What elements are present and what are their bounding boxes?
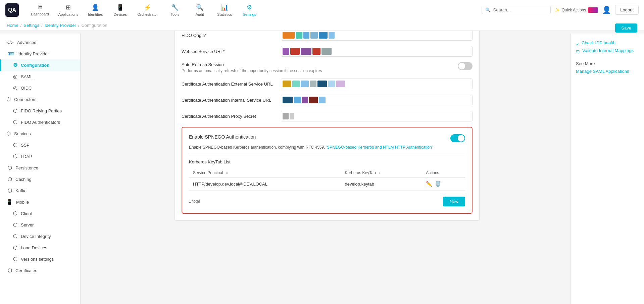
sidebar-item-connectors[interactable]: ⬡ Connectors bbox=[0, 94, 80, 105]
identity-provider-icon: 🪪 bbox=[8, 51, 14, 57]
nav-applications-label: Applications bbox=[58, 12, 78, 16]
keytab-table: Service Principal ⇕ Kerberos KeyTab ⇕ Ac… bbox=[189, 168, 465, 191]
ssp-icon: ⬡ bbox=[13, 142, 17, 148]
sidebar-item-services[interactable]: ⬡ Services bbox=[0, 128, 80, 139]
validate-mappings-link[interactable]: Validate Internal Mappings bbox=[582, 48, 634, 53]
see-more-label: See More bbox=[576, 61, 639, 66]
form-card: Self Service Portal Enrollment URL* FIDO… bbox=[175, 7, 480, 221]
action-icons: ✏️ 🗑️ bbox=[426, 181, 461, 187]
sidebar-item-server[interactable]: ⬡ Server bbox=[0, 219, 80, 231]
websec-url-input[interactable] bbox=[281, 46, 473, 57]
nav-statistics[interactable]: 📊 Statistics bbox=[213, 2, 236, 18]
nav-items: 🖥 Dashboard ⊞ Applications 👤 Identities … bbox=[27, 2, 482, 18]
user-icon[interactable]: 👤 bbox=[602, 6, 611, 14]
sidebar-label-ssp: SSP bbox=[21, 143, 30, 148]
sidebar-item-caching[interactable]: ⬡ Caching bbox=[0, 173, 80, 185]
ci-cb2 bbox=[294, 97, 301, 103]
nav-devices-label: Devices bbox=[114, 12, 127, 16]
websec-url-label: Websec Service URL* bbox=[182, 49, 276, 54]
nav-applications[interactable]: ⊞ Applications bbox=[54, 2, 82, 18]
nav-dashboard[interactable]: 🖥 Dashboard bbox=[27, 2, 53, 18]
edit-icon[interactable]: ✏️ bbox=[426, 181, 432, 187]
quick-actions-icon: ✨ bbox=[555, 8, 560, 12]
sidebar-item-certificates[interactable]: ⬡ Certificates bbox=[0, 265, 80, 270]
sidebar-label-idp: Identity Provider bbox=[17, 51, 49, 56]
dashboard-icon: 🖥 bbox=[37, 4, 43, 11]
nav-statistics-label: Statistics bbox=[217, 12, 232, 16]
mobile-icon: 📱 bbox=[6, 199, 13, 205]
auto-refresh-toggle[interactable] bbox=[458, 62, 473, 70]
sidebar-item-ssp[interactable]: ⬡ SSP bbox=[0, 139, 80, 151]
auto-refresh-knob bbox=[458, 63, 465, 69]
search-input[interactable] bbox=[493, 7, 547, 12]
sidebar-item-fido-rp[interactable]: ⬡ FIDO Relying Parties bbox=[0, 105, 80, 116]
sidebar-item-load-devices[interactable]: ⬡ Load Devices bbox=[0, 242, 80, 253]
cert-proxy-input[interactable] bbox=[281, 111, 473, 121]
sidebar-label-config: Configuration bbox=[21, 63, 49, 68]
client-icon: ⬡ bbox=[13, 210, 17, 216]
ci-cb4 bbox=[309, 97, 318, 103]
spnego-header: Enable SPNEGO Authentication bbox=[189, 134, 465, 142]
fo-cb1 bbox=[283, 32, 295, 39]
search-box[interactable]: 🔍 bbox=[482, 6, 551, 14]
cert-ext-label: Certificate Authentication External Serv… bbox=[182, 82, 276, 87]
save-button[interactable]: Save bbox=[615, 23, 637, 33]
identities-icon: 👤 bbox=[92, 4, 99, 11]
check-idp-link-row: ✓ Check IDP health bbox=[576, 40, 639, 48]
nav-orchestrator[interactable]: ⚡ Orchestrator bbox=[133, 2, 162, 18]
breadcrumb-idp[interactable]: Identity Provider bbox=[45, 23, 76, 28]
nav-settings[interactable]: ⚙ Settings bbox=[238, 2, 261, 18]
sidebar-item-configuration[interactable]: ⚙ Configuration bbox=[0, 59, 80, 71]
new-button[interactable]: New bbox=[443, 197, 465, 206]
breadcrumb-sep1: / bbox=[20, 23, 22, 28]
ce-cb6 bbox=[328, 81, 335, 87]
breadcrumb-config: Configuration bbox=[81, 23, 107, 28]
keytab-table-header-row: Service Principal ⇕ Kerberos KeyTab ⇕ Ac… bbox=[189, 168, 465, 178]
cert-int-input[interactable] bbox=[281, 95, 473, 105]
col-kerberos-keytab: Kerberos KeyTab ⇕ bbox=[341, 168, 422, 178]
quick-actions-label: Quick Actions bbox=[562, 8, 586, 12]
sidebar-label-versions: Versions settings bbox=[21, 257, 54, 262]
sidebar-item-client[interactable]: ⬡ Client bbox=[0, 208, 80, 219]
logout-button[interactable]: Logout bbox=[615, 5, 639, 15]
sidebar-item-fido-auth[interactable]: ⬡ FIDO Authenticators bbox=[0, 116, 80, 128]
sidebar-item-oidc[interactable]: ◎ OIDC bbox=[0, 82, 80, 94]
sidebar-item-kafka[interactable]: ⬡ Kafka bbox=[0, 185, 80, 196]
sidebar-item-ldap[interactable]: ⬡ LDAP bbox=[0, 151, 80, 162]
nav-identities-label: Identities bbox=[88, 12, 103, 16]
delete-icon[interactable]: 🗑️ bbox=[435, 181, 441, 187]
sidebar-item-persistence[interactable]: ⬡ Persistence bbox=[0, 162, 80, 173]
fo-cb2 bbox=[296, 32, 302, 39]
nav-audit[interactable]: 🔍 Audit bbox=[188, 2, 211, 18]
auto-refresh-row: Auto Refresh Session Performs automatica… bbox=[182, 62, 473, 73]
manage-saml-link[interactable]: Manage SAML Applications bbox=[576, 69, 639, 74]
fido-origin-input[interactable] bbox=[281, 30, 473, 41]
nav-tools[interactable]: 🔧 Tools bbox=[163, 2, 187, 18]
sidebar-item-saml[interactable]: ◎ SAML bbox=[0, 71, 80, 82]
keytab-title: Kerberos KeyTab List bbox=[189, 159, 465, 164]
ws-cb1 bbox=[283, 48, 289, 55]
sidebar-item-device-integrity[interactable]: ⬡ Device Integrity bbox=[0, 231, 80, 242]
quick-actions-button[interactable]: ✨ Quick Actions bbox=[555, 7, 598, 13]
breadcrumb-home[interactable]: Home bbox=[7, 23, 18, 28]
sidebar-label-fido-auth: FIDO Authenticators bbox=[21, 120, 60, 125]
sidebar-item-identity-provider[interactable]: 🪪 Identity Provider bbox=[0, 48, 80, 59]
nav-identities[interactable]: 👤 Identities bbox=[84, 2, 107, 18]
sidebar-item-versions[interactable]: ⬡ Versions settings bbox=[0, 253, 80, 265]
sidebar-label-certificates: Certificates bbox=[15, 268, 37, 271]
ws-cb3 bbox=[301, 48, 311, 55]
check-idp-link[interactable]: Check IDP health bbox=[582, 40, 615, 45]
cp-cb2 bbox=[290, 113, 294, 119]
search-icon: 🔍 bbox=[485, 7, 491, 12]
nav-devices[interactable]: 📱 Devices bbox=[108, 2, 132, 18]
spnego-toggle[interactable] bbox=[450, 134, 465, 142]
ce-cb5 bbox=[317, 81, 327, 87]
sidebar-item-advanced[interactable]: </> Advanced bbox=[0, 37, 80, 48]
sidebar-item-mobile[interactable]: 📱 Mobile bbox=[0, 196, 80, 208]
server-icon: ⬡ bbox=[13, 222, 17, 228]
cert-ext-input[interactable] bbox=[281, 79, 473, 89]
nav-right: 🔍 ✨ Quick Actions 👤 Logout bbox=[482, 5, 639, 15]
spnego-rfc-link[interactable]: 'SPNEGO-based Kerberos and NTLM HTTP Aut… bbox=[326, 145, 433, 150]
breadcrumb-settings[interactable]: Settings bbox=[23, 23, 39, 28]
settings-icon: ⚙ bbox=[247, 4, 252, 11]
